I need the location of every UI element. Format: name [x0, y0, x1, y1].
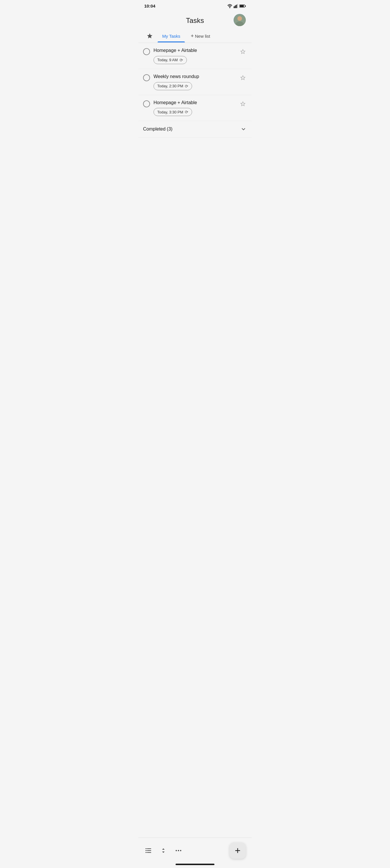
more-options-button[interactable]: [174, 846, 182, 855]
task-item: Homepage + Airtable Today, 3:30 PM ⟳: [139, 95, 251, 121]
completed-label: Completed (3): [143, 126, 172, 132]
list-view-button[interactable]: [144, 846, 152, 855]
svg-rect-3: [236, 5, 237, 8]
completed-section[interactable]: Completed (3): [139, 121, 251, 137]
svg-point-19: [178, 850, 179, 851]
tab-new-list[interactable]: + New list: [186, 30, 215, 42]
task-date-text-3: Today, 3:30 PM: [157, 110, 183, 114]
task-date-badge-1[interactable]: Today, 9 AM ⟳: [153, 56, 187, 64]
tab-my-tasks[interactable]: My Tasks: [157, 30, 185, 42]
sort-button[interactable]: [159, 846, 168, 855]
list-icon: [145, 847, 152, 855]
task-title-3: Homepage + Airtable: [153, 100, 235, 106]
repeat-icon-2: ⟳: [185, 84, 188, 89]
app-header: Tasks: [139, 11, 251, 29]
svg-rect-6: [245, 5, 246, 7]
task-star-1[interactable]: [239, 48, 247, 56]
avatar[interactable]: [234, 14, 246, 26]
task-date-badge-3[interactable]: Today, 3:30 PM ⟳: [153, 108, 192, 116]
star-icon: [147, 33, 153, 39]
bottom-actions: [144, 846, 182, 855]
task-title-1: Homepage + Airtable: [153, 48, 235, 54]
task-checkbox-1[interactable]: [143, 48, 150, 55]
svg-point-18: [176, 850, 177, 851]
svg-rect-7: [240, 5, 244, 7]
signal-icon: [234, 4, 238, 8]
nav-indicator: [176, 864, 214, 865]
task-checkbox-2[interactable]: [143, 74, 150, 81]
svg-rect-15: [147, 850, 151, 851]
battery-icon: [239, 4, 246, 8]
page-title: Tasks: [186, 17, 204, 25]
svg-rect-14: [145, 850, 147, 851]
task-content-1: Homepage + Airtable Today, 9 AM ⟳: [153, 48, 235, 64]
svg-rect-1: [234, 6, 235, 8]
content-spacer: [139, 137, 251, 224]
svg-point-0: [230, 7, 231, 8]
svg-point-20: [180, 850, 181, 851]
repeat-icon-3: ⟳: [185, 110, 188, 114]
svg-point-11: [238, 16, 242, 20]
svg-rect-17: [147, 852, 151, 852]
task-date-text-2: Today, 2:30 PM: [157, 84, 183, 88]
task-star-3[interactable]: [239, 100, 247, 108]
add-task-button[interactable]: [230, 842, 246, 859]
task-date-text-1: Today, 9 AM: [157, 58, 178, 62]
status-time: 10:04: [144, 3, 155, 8]
more-icon: [175, 847, 182, 855]
star-outline-icon-3: [240, 101, 246, 107]
task-star-2[interactable]: [239, 74, 247, 82]
star-outline-icon-1: [240, 49, 246, 55]
svg-rect-13: [147, 848, 151, 849]
svg-rect-2: [235, 5, 236, 8]
task-content-3: Homepage + Airtable Today, 3:30 PM ⟳: [153, 100, 235, 116]
new-list-label: New list: [195, 34, 210, 39]
svg-rect-12: [145, 848, 147, 849]
add-icon: [234, 846, 242, 855]
star-outline-icon-2: [240, 74, 246, 81]
svg-rect-4: [237, 4, 238, 8]
svg-rect-16: [145, 852, 147, 852]
chevron-down-icon: [240, 126, 247, 132]
task-checkbox-3[interactable]: [143, 100, 150, 107]
task-content-2: Weekly news roundup Today, 2:30 PM ⟳: [153, 74, 235, 90]
task-title-2: Weekly news roundup: [153, 74, 235, 80]
task-date-badge-2[interactable]: Today, 2:30 PM ⟳: [153, 82, 192, 90]
task-item: Homepage + Airtable Today, 9 AM ⟳: [139, 43, 251, 69]
tab-starred[interactable]: [143, 29, 156, 43]
task-list: Homepage + Airtable Today, 9 AM ⟳ Weekly…: [139, 43, 251, 137]
sort-icon: [159, 847, 167, 855]
task-item: Weekly news roundup Today, 2:30 PM ⟳: [139, 69, 251, 95]
repeat-icon-1: ⟳: [180, 58, 183, 62]
tab-bar: My Tasks + New list: [139, 29, 251, 43]
avatar-image: [234, 14, 246, 26]
status-bar: 10:04: [139, 0, 251, 11]
new-list-plus-icon: +: [191, 33, 194, 39]
status-icons: [227, 4, 246, 8]
wifi-icon: [227, 4, 233, 8]
